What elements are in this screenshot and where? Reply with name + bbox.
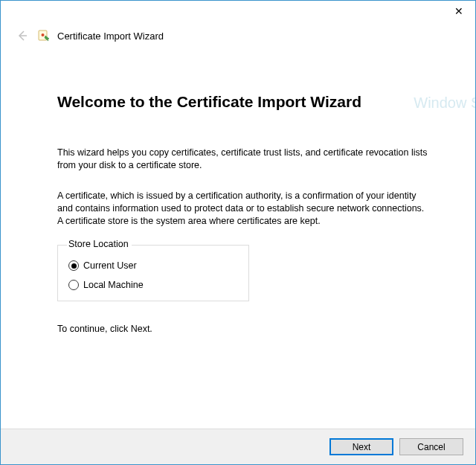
next-button[interactable]: Next xyxy=(329,438,393,455)
intro-paragraph-2: A certificate, which is issued by a cert… xyxy=(57,190,431,228)
cancel-button[interactable]: Cancel xyxy=(399,438,463,455)
svg-point-2 xyxy=(42,33,45,36)
page-title: Welcome to the Certificate Import Wizard… xyxy=(57,93,431,111)
close-icon: ✕ xyxy=(454,5,463,17)
radio-option-current-user[interactable]: Current User xyxy=(68,260,239,271)
radio-icon xyxy=(68,260,79,271)
intro-paragraph-1: This wizard helps you copy certificates,… xyxy=(57,147,431,172)
continue-instruction: To continue, click Next. xyxy=(57,324,431,334)
store-location-legend: Store Location xyxy=(67,239,132,249)
wizard-header: Certificate Import Wizard xyxy=(1,25,475,54)
radio-icon xyxy=(68,280,79,290)
back-button[interactable] xyxy=(14,28,30,44)
radio-label: Current User xyxy=(83,260,137,271)
close-button[interactable]: ✕ xyxy=(442,1,475,22)
radio-option-local-machine[interactable]: Local Machine xyxy=(68,280,239,290)
back-arrow-icon xyxy=(15,28,30,43)
wizard-footer: Next Cancel xyxy=(1,429,475,464)
wizard-content: Welcome to the Certificate Import Wizard… xyxy=(1,54,475,334)
titlebar: ✕ xyxy=(1,1,475,25)
certificate-wizard-icon xyxy=(38,29,51,42)
store-location-group: Store Location Current User Local Machin… xyxy=(57,245,249,301)
radio-label: Local Machine xyxy=(83,280,144,290)
snip-watermark: Window Snip xyxy=(414,94,476,112)
wizard-header-title: Certificate Import Wizard xyxy=(57,31,164,42)
